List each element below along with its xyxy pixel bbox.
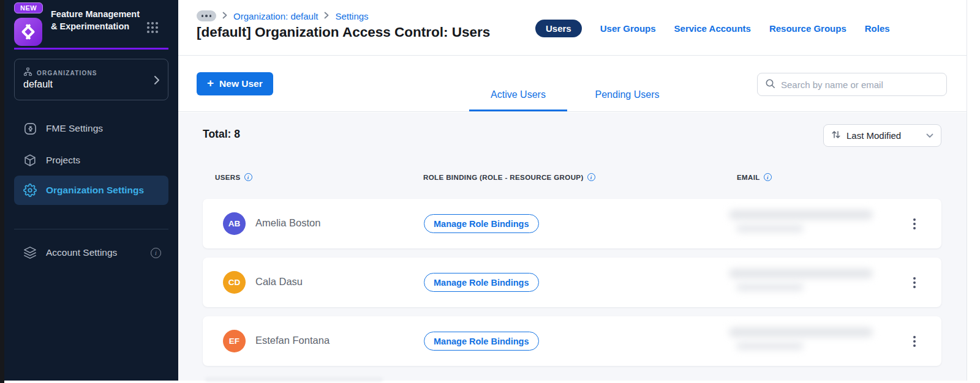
sidebar-divider <box>14 229 168 229</box>
tab-service-accounts[interactable]: Service Accounts <box>674 23 751 34</box>
app-grid-icon[interactable] <box>147 22 158 33</box>
users-list-panel: Total: 8 Last Modified USERS ROLE BINDIN… <box>178 113 967 381</box>
new-user-button[interactable]: + New User <box>197 72 273 95</box>
sidebar: NEW Feature Management & Experimentation <box>4 0 178 381</box>
tab-user-groups[interactable]: User Groups <box>600 23 656 34</box>
avatar: CD <box>223 271 246 294</box>
organization-name: default <box>23 79 53 90</box>
plus-icon: + <box>207 76 214 90</box>
email-redacted <box>729 210 876 232</box>
user-state-tabs: Active Users Pending Users <box>469 89 666 111</box>
avatar: AB <box>223 212 246 235</box>
hierarchy-icon <box>23 67 32 79</box>
sidebar-item-organization-settings[interactable]: Organization Settings <box>14 176 168 205</box>
app-title: Feature Management & Experimentation <box>51 8 146 32</box>
window-edge-strip <box>0 0 4 383</box>
sidebar-item-label: Organization Settings <box>46 185 144 196</box>
tab-users[interactable]: Users <box>535 20 582 37</box>
column-header-email: EMAIL <box>737 173 772 181</box>
users-toolbar: + New User Active Users Pending Users <box>178 56 967 112</box>
user-name: Amelia Boston <box>255 217 320 229</box>
chevron-right-icon <box>324 10 329 21</box>
total-count: Total: 8 <box>203 128 240 141</box>
manage-role-bindings-button[interactable]: Manage Role Bindings <box>424 214 539 233</box>
kebab-menu-icon[interactable] <box>907 214 922 234</box>
page-title: [default] Organization Access Control: U… <box>197 24 490 40</box>
breadcrumb-ellipsis-icon[interactable] <box>197 10 216 21</box>
organization-selector[interactable]: ORGANIZATIONS default <box>14 59 168 100</box>
panel-edge-divider <box>967 0 967 381</box>
fme-settings-icon <box>23 122 37 136</box>
app-window: NEW Feature Management & Experimentation <box>0 0 980 383</box>
email-redacted <box>729 269 876 291</box>
info-icon[interactable] <box>151 248 161 258</box>
table-row: EF Estefan Fontana Manage Role Bindings <box>203 316 941 366</box>
layers-icon <box>23 246 37 259</box>
cube-icon <box>23 154 37 167</box>
breadcrumb-link-settings[interactable]: Settings <box>335 11 368 21</box>
gear-icon <box>23 184 37 197</box>
manage-role-bindings-button[interactable]: Manage Role Bindings <box>424 273 539 292</box>
kebab-menu-icon[interactable] <box>907 273 922 292</box>
sidebar-item-label: Projects <box>46 155 80 166</box>
sort-dropdown[interactable]: Last Modified <box>823 124 941 147</box>
users-rows: AB Amelia Boston Manage Role Bindings CD… <box>203 199 941 375</box>
breadcrumb: Organization: default Settings <box>197 10 369 21</box>
search-box <box>757 73 947 96</box>
sidebar-item-account-settings[interactable]: Account Settings <box>14 239 168 266</box>
sidebar-item-label: Account Settings <box>46 247 117 258</box>
app-logo-icon <box>14 18 42 46</box>
sort-selected-value: Last Modified <box>846 130 901 141</box>
access-control-nav: Users User Groups Service Accounts Resou… <box>535 19 890 37</box>
info-icon[interactable] <box>587 173 595 181</box>
page-header: Organization: default Settings [default]… <box>178 0 967 56</box>
sidebar-item-projects[interactable]: Projects <box>14 147 168 174</box>
new-user-button-label: New User <box>219 78 263 89</box>
kebab-menu-icon[interactable] <box>907 332 922 351</box>
tab-roles[interactable]: Roles <box>865 23 890 34</box>
manage-role-bindings-button[interactable]: Manage Role Bindings <box>424 332 539 351</box>
chevron-down-icon <box>926 133 933 138</box>
user-name: Cala Dasu <box>255 276 303 288</box>
email-redacted <box>729 327 876 350</box>
sidebar-item-fme-settings[interactable]: FME Settings <box>14 115 168 142</box>
organizations-label: ORGANIZATIONS <box>37 70 97 76</box>
tab-resource-groups[interactable]: Resource Groups <box>769 23 846 34</box>
sort-arrows-icon <box>831 130 841 142</box>
next-row-peek <box>205 377 383 381</box>
chevron-right-icon <box>154 75 160 87</box>
table-row: CD Cala Dasu Manage Role Bindings <box>203 258 941 307</box>
sidebar-item-label: FME Settings <box>46 123 103 134</box>
avatar: EF <box>223 330 246 352</box>
info-icon[interactable] <box>244 173 252 181</box>
new-badge: NEW <box>14 2 43 13</box>
info-icon[interactable] <box>764 173 772 181</box>
column-header-role-binding: ROLE BINDING (ROLE - RESOURCE GROUP) <box>423 173 595 181</box>
tab-active-users[interactable]: Active Users <box>469 89 567 111</box>
column-header-users: USERS <box>215 173 252 181</box>
breadcrumb-link-organization[interactable]: Organization: default <box>233 11 318 21</box>
search-input[interactable] <box>781 80 946 90</box>
chevron-right-icon <box>222 10 227 21</box>
search-icon <box>765 78 775 91</box>
table-row: AB Amelia Boston Manage Role Bindings <box>203 199 941 248</box>
brand-divider <box>14 48 168 50</box>
tab-pending-users[interactable]: Pending Users <box>588 89 666 111</box>
user-name: Estefan Fontana <box>255 335 330 346</box>
